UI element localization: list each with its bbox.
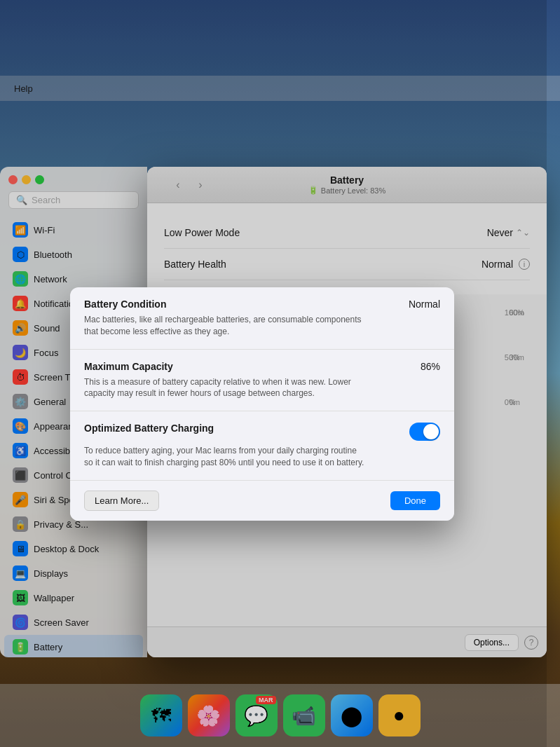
battery-condition-header: Battery Condition Normal	[84, 299, 440, 310]
optimized-charging-section: Optimized Battery Charging To reduce bat…	[70, 411, 454, 481]
optimized-charging-title: Optimized Battery Charging	[84, 423, 214, 434]
maximum-capacity-desc: This is a measure of battery capacity re…	[84, 376, 364, 400]
done-button[interactable]: Done	[390, 491, 440, 510]
optimized-charging-desc: To reduce battery aging, your Mac learns…	[84, 445, 364, 469]
battery-condition-value: Normal	[409, 299, 440, 310]
modal-content: Battery Condition Normal Mac batteries, …	[70, 287, 454, 521]
learn-more-button[interactable]: Learn More...	[84, 491, 159, 511]
optimized-charging-header: Optimized Battery Charging	[84, 423, 440, 441]
modal-footer: Learn More... Done	[70, 481, 454, 521]
maximum-capacity-section: Maximum Capacity 86% This is a measure o…	[70, 350, 454, 412]
battery-condition-section: Battery Condition Normal Mac batteries, …	[70, 287, 454, 350]
optimized-charging-toggle[interactable]	[409, 423, 440, 441]
maximum-capacity-value: 86%	[421, 361, 440, 372]
battery-condition-title: Battery Condition	[84, 299, 166, 310]
toggle-knob	[423, 424, 439, 439]
maximum-capacity-title: Maximum Capacity	[84, 361, 173, 372]
battery-health-modal: Battery Condition Normal Mac batteries, …	[70, 287, 454, 521]
battery-condition-desc: Mac batteries, like all rechargeable bat…	[84, 314, 364, 338]
maximum-capacity-header: Maximum Capacity 86%	[84, 361, 440, 372]
